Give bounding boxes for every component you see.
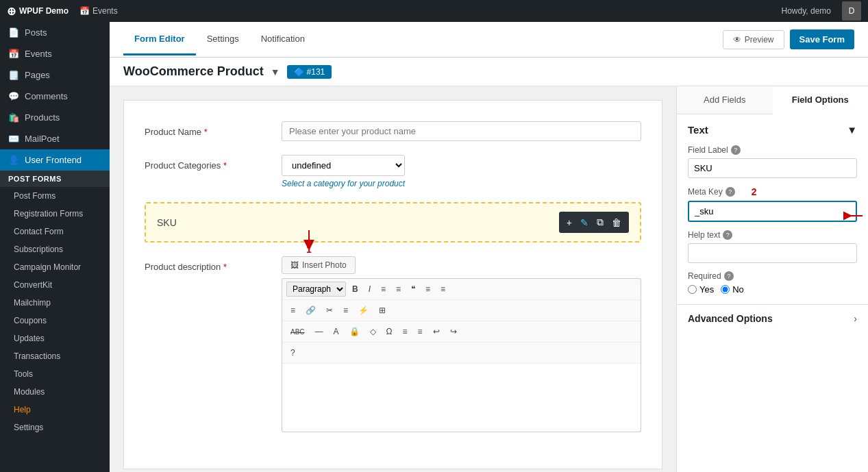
align-justify-button[interactable]: ≡	[339, 303, 352, 318]
sidebar-item-campaign-monitor[interactable]: Campaign Monitor	[0, 258, 110, 276]
sidebar-item-subscriptions[interactable]: Subscriptions	[0, 240, 110, 258]
paragraph-select[interactable]: Paragraph	[286, 282, 346, 297]
field-label-help-icon[interactable]: ?	[731, 145, 741, 155]
font-color-button[interactable]: A	[330, 324, 343, 339]
sidebar: 📄 Posts 📅 Events 🗒️ Pages 💬 Comments 🛍️ …	[0, 22, 110, 472]
required-no-option[interactable]: No	[721, 284, 744, 295]
sidebar-item-settings[interactable]: Settings	[0, 419, 110, 436]
product-categories-select[interactable]: undefined	[282, 155, 405, 176]
link-button[interactable]: 🔗	[301, 303, 320, 318]
sidebar-item-tools[interactable]: Tools	[0, 365, 110, 383]
panel-tab-field-options[interactable]: Field Options	[773, 86, 869, 114]
preview-button[interactable]: 👁 Preview	[723, 30, 784, 49]
clear-button[interactable]: ◇	[366, 324, 380, 339]
outdent-button[interactable]: ≡	[414, 324, 427, 339]
required-yes-radio[interactable]	[688, 285, 697, 294]
omega-button[interactable]: Ω	[382, 324, 397, 339]
save-form-button[interactable]: Save Form	[790, 29, 854, 49]
toolbar-row-2: ≡ 🔗 ✂ ≡ ⚡ ⊞	[282, 300, 641, 321]
brand-logo[interactable]: ⊕ WPUF Demo	[7, 5, 69, 18]
flash-button[interactable]: ⚡	[354, 303, 373, 318]
nav-events[interactable]: 📅 Events	[79, 6, 118, 16]
help-text-input[interactable]	[688, 243, 857, 263]
advanced-options-row[interactable]: Advanced Options ›	[677, 304, 868, 332]
product-name-input[interactable]	[282, 121, 641, 141]
sidebar-item-mailpoet[interactable]: ✉️ MailPoet	[0, 128, 110, 149]
align-left-button[interactable]: ≡	[421, 282, 434, 297]
tab-notification[interactable]: Notification	[250, 24, 316, 55]
panel-section-title: Text ▼	[688, 124, 857, 136]
sku-actions: + ✎ ⧉ 🗑	[559, 212, 629, 233]
events-icon: 📅	[79, 6, 90, 16]
abc-button[interactable]: ABC	[286, 325, 309, 338]
insert-photo-button[interactable]: 🖼 Insert Photo	[282, 256, 356, 274]
lock-button[interactable]: 🔒	[345, 324, 364, 339]
main-content: Form Editor Settings Notification 👁 Prev…	[110, 22, 868, 472]
ol-button[interactable]: ≡	[392, 282, 405, 297]
product-categories-field: Product Categories * undefined Select a …	[145, 155, 641, 188]
meta-key-help-icon[interactable]: ?	[726, 187, 735, 197]
sku-edit-button[interactable]: ✎	[577, 214, 592, 230]
redo-button[interactable]: ↪	[446, 324, 461, 339]
help-text-help-icon[interactable]: ?	[723, 230, 732, 240]
mailpoet-icon: ✉️	[8, 134, 19, 144]
comments-icon: 💬	[8, 91, 19, 101]
field-label-input[interactable]	[688, 158, 857, 178]
sidebar-item-convertkit[interactable]: ConvertKit	[0, 276, 110, 294]
sidebar-item-pages[interactable]: 🗒️ Pages	[0, 64, 110, 86]
sku-label: SKU	[157, 217, 559, 228]
sidebar-item-user-frontend[interactable]: 👤 User Frontend	[0, 149, 110, 171]
sidebar-item-coupons[interactable]: Coupons	[0, 312, 110, 330]
tab-form-editor[interactable]: Form Editor	[123, 24, 196, 55]
description-textarea[interactable]	[282, 364, 641, 432]
required-star-2: *	[223, 160, 227, 171]
meta-key-input[interactable]	[688, 201, 857, 222]
sidebar-item-posts[interactable]: 📄 Posts	[0, 22, 110, 43]
advanced-options-label: Advanced Options	[688, 313, 773, 324]
scissors-button[interactable]: ✂	[322, 303, 337, 318]
form-id-badge: 🔷 #131	[287, 65, 332, 79]
sku-delete-button[interactable]: 🗑	[608, 214, 625, 230]
table-button[interactable]: ⊞	[375, 303, 390, 318]
form-title-dropdown[interactable]: ▼	[271, 66, 280, 77]
ul-button[interactable]: ≡	[377, 282, 390, 297]
indent-button[interactable]: ≡	[399, 324, 412, 339]
sidebar-item-comments[interactable]: 💬 Comments	[0, 86, 110, 107]
sidebar-item-registration-forms[interactable]: Registration Forms	[0, 205, 110, 223]
hr-button[interactable]: —	[311, 324, 327, 339]
sku-copy-button[interactable]: ⧉	[593, 214, 607, 230]
sidebar-item-mailchimp[interactable]: Mailchimp	[0, 294, 110, 312]
required-star: *	[204, 127, 208, 137]
product-name-input-wrap	[282, 121, 641, 141]
sidebar-item-post-forms[interactable]: Post Forms	[0, 187, 110, 205]
blockquote-button[interactable]: ❝	[407, 282, 419, 297]
required-help-icon[interactable]: ?	[724, 271, 734, 281]
align-right-button[interactable]: ≡	[436, 282, 449, 297]
user-frontend-icon: 👤	[8, 155, 19, 165]
sku-add-button[interactable]: +	[563, 214, 575, 230]
sidebar-item-events[interactable]: 📅 Events	[0, 43, 110, 64]
collapse-icon[interactable]: ▼	[847, 124, 857, 136]
annotation-2-label: 2	[752, 186, 757, 197]
undo-button[interactable]: ↩	[429, 324, 444, 339]
sidebar-item-products[interactable]: 🛍️ Products	[0, 107, 110, 128]
bold-button[interactable]: B	[348, 282, 362, 297]
sidebar-item-updates[interactable]: Updates	[0, 330, 110, 347]
product-name-label: Product Name *	[145, 121, 268, 137]
sidebar-item-modules[interactable]: Modules	[0, 383, 110, 401]
sidebar-item-help[interactable]: Help	[0, 401, 110, 419]
form-title: WooCommerce Product	[123, 64, 264, 79]
italic-button[interactable]: I	[364, 282, 375, 297]
toolbar-row-1: Paragraph B I ≡ ≡ ❝ ≡ ≡	[282, 279, 641, 300]
panel-tab-add-fields[interactable]: Add Fields	[677, 86, 773, 114]
tab-settings[interactable]: Settings	[196, 24, 250, 55]
meta-key-input-wrap	[688, 201, 857, 230]
required-no-radio[interactable]	[721, 285, 730, 294]
align-center-button[interactable]: ≡	[286, 303, 299, 318]
avatar[interactable]: D	[842, 1, 861, 21]
required-yes-option[interactable]: Yes	[688, 284, 714, 295]
sku-field[interactable]: SKU + ✎ ⧉ 🗑	[145, 202, 641, 243]
sidebar-item-transactions[interactable]: Transactions	[0, 347, 110, 365]
help-editor-button[interactable]: ?	[286, 345, 299, 360]
sidebar-item-contact-form[interactable]: Contact Form	[0, 223, 110, 240]
